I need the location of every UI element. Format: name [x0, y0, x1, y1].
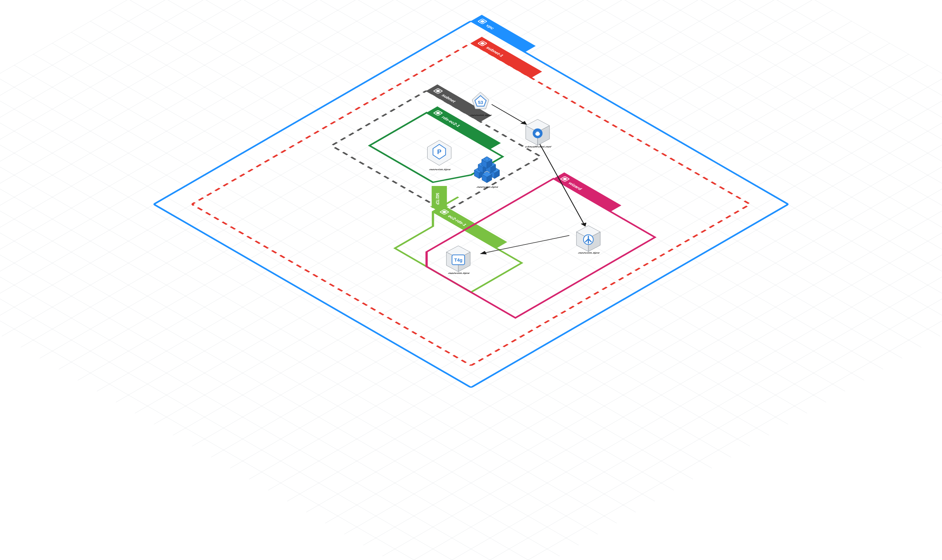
node-cloudfront-icon	[533, 129, 543, 138]
svg-text:neovim.tips: neovim.tips	[469, 114, 493, 116]
svg-text:neovim.tips: neovim.tips	[428, 168, 452, 171]
svg-text:P: P	[437, 149, 441, 155]
node-cloudfront-label: cloudfront.net	[524, 145, 553, 148]
node-route53-label: neovim.tips	[469, 114, 493, 116]
node-s3-label: neovim.tips	[476, 186, 500, 188]
node-ec2-icon: T4g	[452, 255, 465, 265]
node-codecommit-icon	[583, 235, 593, 245]
svg-text:neovim.tips: neovim.tips	[476, 186, 500, 188]
connection-sg-link-label: 5432 TCP	[435, 193, 440, 205]
node-codecommit-label: neovim.tips	[577, 252, 601, 254]
iso-world: vpc subnet-1	[0, 0, 942, 560]
svg-text:neovim.tips: neovim.tips	[577, 252, 601, 254]
svg-text:T4g: T4g	[454, 257, 462, 263]
svg-text:neovim.tips: neovim.tips	[447, 272, 471, 274]
svg-text:cloudfront.net: cloudfront.net	[524, 145, 553, 148]
grid	[0, 0, 942, 560]
svg-text:53: 53	[478, 100, 483, 105]
node-ec2-label: neovim.tips	[447, 272, 471, 274]
node-rds-label: neovim.tips	[428, 168, 452, 171]
diagram-canvas[interactable]: vpc subnet-1	[0, 0, 942, 560]
svg-point-52	[485, 157, 489, 161]
